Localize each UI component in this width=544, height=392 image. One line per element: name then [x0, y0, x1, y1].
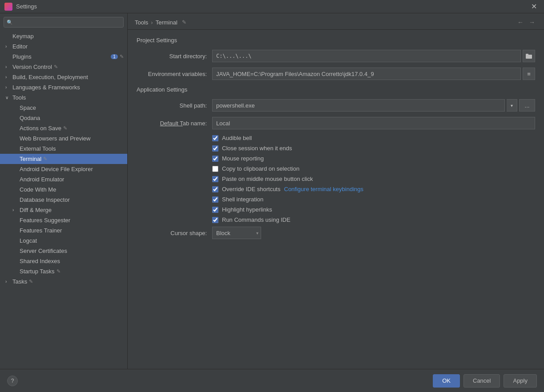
sidebar-item-startup-tasks[interactable]: Startup Tasks ✎ — [0, 266, 127, 276]
sidebar-item-terminal[interactable]: Terminal ✎ — [0, 154, 127, 164]
sidebar-item-tools[interactable]: ∨ Tools — [0, 92, 127, 103]
checkbox-copy-clipboard[interactable] — [212, 166, 218, 172]
sidebar-item-label: Android Device File Explorer — [20, 166, 93, 172]
nav-forward-button[interactable]: → — [527, 18, 537, 27]
checkbox-label-paste-middle: Paste on middle mouse button click — [222, 176, 313, 182]
start-directory-row: Start directory: — [137, 50, 535, 62]
sidebar-item-label: Server Certificates — [20, 248, 67, 254]
env-variables-edit-icon: ≡ — [527, 71, 531, 77]
start-directory-browse-button[interactable] — [523, 50, 535, 62]
checkbox-override-shortcuts[interactable] — [212, 186, 218, 192]
checkbox-row-close-session: Close session when it ends — [137, 145, 535, 152]
ok-button[interactable]: OK — [433, 374, 460, 388]
checkbox-run-commands[interactable] — [212, 217, 218, 223]
dropdown-arrow-icon: ▾ — [511, 103, 513, 108]
start-directory-input[interactable] — [212, 50, 521, 62]
chevron-icon: › — [5, 279, 11, 284]
search-input[interactable] — [4, 17, 124, 28]
sidebar-item-label: Editor — [12, 43, 28, 50]
checkbox-row-paste-middle: Paste on middle mouse button click — [137, 176, 535, 182]
sidebar-item-logcat[interactable]: Logcat — [0, 236, 127, 246]
shell-path-dropdown-button[interactable]: ▾ — [507, 99, 517, 112]
edit-icon: ✎ — [120, 54, 124, 60]
checkbox-close-session[interactable] — [212, 145, 218, 152]
checkbox-audible-bell[interactable] — [212, 135, 218, 141]
chevron-icon: › — [5, 75, 11, 80]
env-variables-input-wrap: ≡ — [212, 68, 535, 80]
help-button[interactable]: ? — [7, 376, 18, 386]
checkbox-row-shell-integration: Shell integration — [137, 196, 535, 203]
sidebar-item-editor[interactable]: › Editor — [0, 41, 127, 52]
sidebar-item-qodana[interactable]: Qodana — [0, 113, 127, 123]
default-tab-input-wrap — [212, 117, 535, 129]
checkbox-label-audible-bell: Audible bell — [222, 135, 252, 141]
sidebar-item-languages[interactable]: › Languages & Frameworks — [0, 82, 127, 92]
configure-keybindings-link[interactable]: Configure terminal keybindings — [284, 186, 363, 192]
sidebar-item-plugins[interactable]: Plugins 1 ✎ — [0, 52, 127, 62]
checkbox-shell-integration[interactable] — [212, 196, 218, 203]
sidebar-item-shared-indexes[interactable]: Shared Indexes — [0, 256, 127, 266]
chevron-icon: ∨ — [5, 95, 11, 100]
sidebar-tree: Keymap › Editor Plugins 1 ✎ › Version Co… — [0, 30, 127, 369]
header-edit-icon: ✎ — [182, 19, 186, 25]
sidebar-item-actions-on-save[interactable]: Actions on Save ✎ — [0, 123, 127, 133]
sidebar-item-label: Languages & Frameworks — [12, 84, 80, 91]
edit-icon: ✎ — [63, 125, 67, 131]
shell-path-browse-button[interactable]: ... — [519, 99, 535, 112]
env-variables-edit-button[interactable]: ≡ — [523, 68, 535, 80]
checkbox-row-audible-bell: Audible bell — [137, 135, 535, 141]
search-icon: 🔍 — [7, 20, 13, 25]
env-variables-input[interactable] — [212, 68, 521, 80]
checkbox-paste-middle[interactable] — [212, 176, 218, 182]
sidebar-item-space[interactable]: Space — [0, 103, 127, 113]
chevron-icon: › — [5, 85, 11, 90]
app-icon — [4, 3, 12, 11]
sidebar-item-android-emulator[interactable]: Android Emulator — [0, 174, 127, 184]
main-content: 🔍 Keymap › Editor Plugins 1 ✎ — [0, 13, 544, 369]
checkbox-mouse-reporting[interactable] — [212, 156, 218, 162]
close-button[interactable]: ✕ — [528, 1, 540, 12]
checkbox-highlight-hyperlinks[interactable] — [212, 207, 218, 213]
default-tab-input[interactable] — [212, 117, 535, 129]
sidebar-item-version-control[interactable]: › Version Control ✎ — [0, 62, 127, 72]
svg-rect-1 — [526, 54, 528, 55]
sidebar-item-label: Android Emulator — [20, 176, 64, 183]
sidebar-item-tasks[interactable]: › Tasks ✎ — [0, 276, 127, 287]
cursor-shape-row: Cursor shape: Block Underline Beam ▾ — [137, 227, 535, 239]
footer-right: OK Cancel Apply — [433, 374, 537, 388]
sidebar-item-database-inspector[interactable]: Database Inspector — [0, 195, 127, 205]
cursor-shape-select[interactable]: Block Underline Beam — [212, 227, 261, 239]
sidebar-item-label: Logcat — [20, 237, 37, 244]
cursor-shape-select-wrap: Block Underline Beam ▾ — [212, 227, 261, 239]
sidebar-item-server-certificates[interactable]: Server Certificates — [0, 246, 127, 256]
sidebar-item-label: Plugins — [12, 53, 32, 60]
shell-path-input-wrap: ▾ ... — [212, 99, 535, 112]
sidebar-item-build[interactable]: › Build, Execution, Deployment — [0, 72, 127, 82]
shell-path-browse-label: ... — [525, 102, 530, 109]
checkbox-row-highlight-hyperlinks: Highlight hyperlinks — [137, 206, 535, 213]
sidebar-item-features-suggester[interactable]: Features Suggester — [0, 215, 127, 225]
sidebar-item-code-with-me[interactable]: Code With Me — [0, 184, 127, 195]
nav-back-button[interactable]: ← — [516, 18, 525, 27]
edit-icon: ✎ — [29, 279, 33, 284]
window-title: Settings — [16, 3, 528, 10]
sidebar-item-label: Qodana — [20, 115, 40, 121]
sidebar: 🔍 Keymap › Editor Plugins 1 ✎ — [0, 13, 128, 369]
sidebar-item-label: Version Control — [12, 64, 52, 70]
sidebar-item-android-device[interactable]: Android Device File Explorer — [0, 164, 127, 174]
checkbox-label-close-session: Close session when it ends — [222, 145, 292, 152]
sidebar-item-label: Actions on Save — [20, 125, 61, 132]
shell-path-input[interactable] — [212, 99, 505, 112]
sidebar-item-external-tools[interactable]: External Tools — [0, 144, 127, 154]
sidebar-item-web-browsers[interactable]: Web Browsers and Preview — [0, 133, 127, 144]
checkbox-row-override-shortcuts: Override IDE shortcutsConfigure terminal… — [137, 186, 535, 192]
apply-button[interactable]: Apply — [504, 374, 537, 388]
cancel-button[interactable]: Cancel — [463, 374, 500, 388]
sidebar-item-features-trainer[interactable]: Features Trainer — [0, 225, 127, 236]
sidebar-item-label: Diff & Merge — [20, 207, 52, 213]
sidebar-item-keymap[interactable]: Keymap — [0, 31, 127, 41]
sidebar-item-label: Build, Execution, Deployment — [12, 74, 88, 80]
sidebar-item-diff-merge[interactable]: › Diff & Merge — [0, 205, 127, 215]
cursor-shape-label: Cursor shape: — [137, 230, 212, 236]
env-variables-label: Environment variables: — [137, 71, 212, 77]
